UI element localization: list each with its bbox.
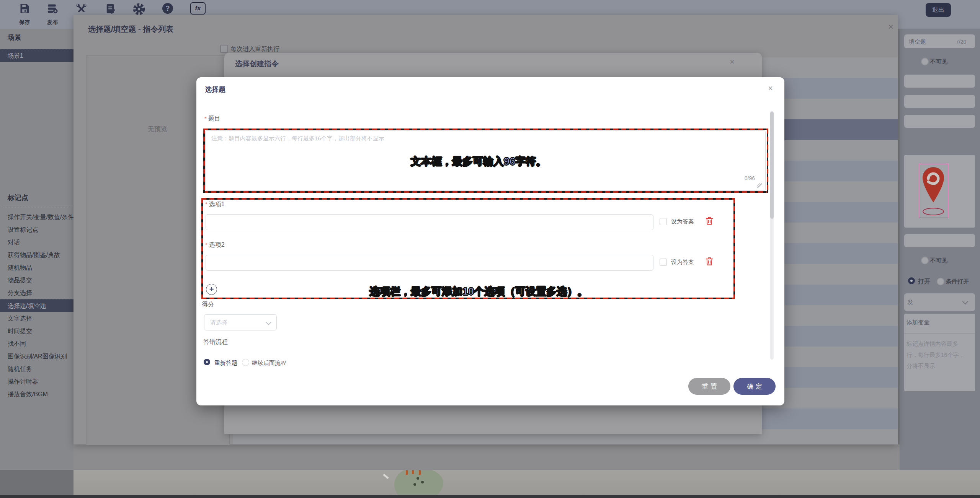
instruction-modal-title: 选择题/填空题 - 指令列表: [88, 24, 173, 34]
note-edit-icon[interactable]: [105, 3, 117, 15]
retry-radio-label: 重新答题: [214, 360, 237, 366]
map-pin-icon: [919, 164, 948, 218]
sidebar-item-marker-type[interactable]: 物品提交: [0, 274, 74, 286]
option2-label-row: *选项2: [205, 241, 225, 249]
map-structure: [412, 470, 414, 474]
confirm-button[interactable]: 确定: [733, 378, 776, 395]
conditional-open-label: 条件打开: [946, 278, 969, 285]
open-label: 打开: [918, 278, 930, 286]
create-modal-title: 选择创建指令: [235, 59, 279, 69]
app-root: 保存 发布 ? fx 退出 场景 场景1 标记点 操作开关/变量/数值/条件判断…: [0, 0, 980, 498]
sidebar-item-scene[interactable]: 场景1: [0, 49, 74, 62]
tools-icon[interactable]: [75, 3, 88, 15]
help-icon[interactable]: ?: [162, 3, 173, 14]
panel-field-4[interactable]: [904, 234, 975, 247]
publish-button-label[interactable]: 发布: [42, 19, 63, 26]
marker-type-list: 操作开关/变量/数值/条件判断设置标记点对话获得物品/图鉴/典故随机物品物品提交…: [0, 211, 74, 400]
map-tree: [421, 481, 424, 483]
dialog-scrollbar-thumb[interactable]: [770, 112, 774, 219]
marker-icon-selection[interactable]: [919, 164, 948, 218]
marker-detail-placeholder: 标记点详情内容最多 行，每行最多16个字， 分将不显示: [906, 338, 973, 371]
sidebar-item-marker-type[interactable]: 找不同: [0, 337, 74, 350]
question-label-row: *题目: [204, 115, 220, 123]
sidebar-item-marker-type[interactable]: 设置标记点: [0, 223, 74, 236]
map-canvas[interactable]: [74, 470, 980, 498]
conditional-open-radio[interactable]: [937, 278, 944, 285]
bottom-edge: [0, 495, 980, 498]
retry-radio[interactable]: [204, 359, 210, 365]
trash-icon[interactable]: [706, 216, 713, 225]
dialog-title: 选择题: [205, 85, 225, 94]
trash-icon[interactable]: [706, 257, 713, 265]
panel-divider: [904, 333, 975, 334]
panel-field-2[interactable]: [904, 95, 975, 108]
continue-radio-label: 继续后面流程: [252, 360, 286, 366]
close-icon[interactable]: ×: [888, 23, 893, 31]
map-tree: [416, 477, 419, 480]
option1-label-row: *选项1: [205, 200, 225, 208]
sidebar-item-marker-type[interactable]: 操作开关/变量/数值/条件判断: [0, 211, 74, 223]
save-icon[interactable]: [19, 3, 30, 14]
char-counter: 0/96: [717, 175, 755, 181]
option1-answer-checkbox[interactable]: [660, 218, 667, 225]
markers-header: 标记点: [8, 193, 28, 202]
publish-icon[interactable]: [47, 3, 58, 14]
reset-button[interactable]: 重置: [688, 378, 730, 395]
resize-handle-icon[interactable]: [757, 183, 762, 188]
score-label: 得分: [202, 301, 214, 309]
marker-name-counter: 7/20: [956, 39, 966, 45]
wrong-flow-radio-row: 重新答题 继续后面流程: [203, 357, 586, 366]
wrong-flow-label: 答错流程: [203, 338, 228, 346]
sidebar-item-marker-type[interactable]: 获得物品/图鉴/典故: [0, 249, 74, 261]
sidebar-item-marker-type[interactable]: 对话: [0, 236, 74, 249]
save-button-label[interactable]: 保存: [14, 19, 35, 26]
map-structure: [419, 470, 421, 475]
add-option-button[interactable]: +: [206, 284, 217, 295]
close-icon[interactable]: ×: [768, 85, 773, 92]
panel-field-1[interactable]: [904, 75, 975, 88]
required-mark: *: [204, 115, 207, 122]
score-select-placeholder: 请选择: [210, 319, 227, 326]
map-mark: [383, 474, 389, 479]
exit-button[interactable]: 退出: [926, 3, 951, 17]
marker-name-value: 填空题: [909, 38, 926, 46]
close-icon[interactable]: ×: [730, 58, 735, 66]
gear-icon[interactable]: [133, 3, 145, 15]
set-answer-label: 设为答案: [671, 218, 694, 225]
invisible-label-2: 不可见: [930, 257, 947, 264]
fx-function-icon[interactable]: fx: [190, 2, 206, 15]
sidebar-item-marker-type[interactable]: 图像识别/AR图像识别: [0, 350, 74, 363]
sidebar-footer: [0, 470, 74, 498]
option1-input[interactable]: [206, 214, 653, 230]
continue-radio[interactable]: [242, 359, 249, 366]
sidebar-item-marker-type[interactable]: 分支选择: [0, 286, 74, 299]
map-tree: [413, 483, 416, 486]
panel-field-3[interactable]: [904, 115, 975, 128]
map-island: [394, 470, 443, 498]
scenes-header: 场景: [8, 33, 21, 42]
rerun-checkbox[interactable]: [220, 45, 228, 53]
sidebar-item-marker-type[interactable]: 播放音效/BGM: [0, 388, 74, 400]
scene-list: 场景1: [0, 49, 74, 62]
sidebar-item-marker-type[interactable]: 随机物品: [0, 261, 74, 274]
sidebar-divider: [2, 208, 71, 208]
rerun-checkbox-label: 每次进入重新执行: [230, 45, 279, 53]
canvas-top-strip: [74, 444, 900, 470]
open-radio[interactable]: [908, 277, 915, 284]
option2-input[interactable]: [206, 255, 653, 271]
sidebar-item-marker-type[interactable]: 文字选择: [0, 312, 74, 325]
map-structure: [406, 470, 408, 475]
add-variable-button[interactable]: 添加变量: [906, 319, 929, 326]
invisible-label-1: 不可见: [930, 58, 947, 65]
invisible-radio-1[interactable]: [921, 58, 929, 65]
sidebar-item-marker-type[interactable]: 操作计时器: [0, 375, 74, 388]
option1-label: 选项1: [209, 201, 225, 207]
option2-label: 选项2: [209, 241, 225, 248]
sidebar-item-marker-type[interactable]: 选择题/填空题: [0, 299, 74, 312]
sidebar-item-marker-type[interactable]: 时间提交: [0, 325, 74, 337]
trigger-select-value: 发: [907, 299, 913, 306]
option2-answer-checkbox[interactable]: [660, 259, 667, 266]
choice-question-dialog: [196, 77, 784, 405]
invisible-radio-2[interactable]: [921, 257, 929, 264]
sidebar-item-marker-type[interactable]: 随机任务: [0, 363, 74, 375]
